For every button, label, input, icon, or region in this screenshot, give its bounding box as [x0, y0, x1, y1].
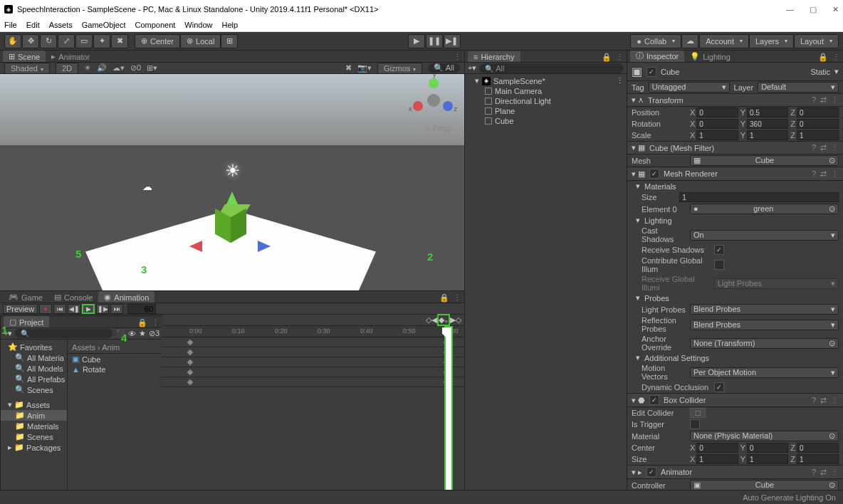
tool-custom-icon[interactable]: ✖ — [111, 34, 128, 48]
mode-2d-toggle[interactable]: 2D — [56, 63, 78, 74]
position-y-field[interactable] — [747, 107, 788, 117]
meshfilter-component-header[interactable]: ▾ ▦ Cube (Mesh Filter)?⇄⋮ — [627, 141, 843, 154]
project-search[interactable]: 🔍 — [15, 329, 112, 338]
next-key-button[interactable]: ▶◇ — [450, 315, 461, 325]
record-button[interactable]: ● — [39, 304, 52, 314]
collider-center-y[interactable] — [747, 443, 788, 453]
position-x-field[interactable] — [696, 107, 738, 117]
orientation-gizmo[interactable]: x z y — [413, 78, 453, 118]
step-button[interactable]: ▶❚ — [444, 34, 461, 48]
pivot-center-button[interactable]: ⊕ Center — [135, 34, 180, 48]
cloud-icon[interactable]: ☁ — [681, 34, 698, 48]
tab-console[interactable]: ▤ Console — [48, 291, 98, 303]
collider-size-y[interactable] — [747, 454, 788, 464]
rotation-z-field[interactable] — [797, 119, 839, 129]
scene-search[interactable]: 🔍 All — [428, 63, 460, 73]
panel-menu-icon[interactable]: ⋮ — [832, 53, 840, 62]
tab-project[interactable]: ▢ Project — [4, 316, 49, 327]
search-filter[interactable]: 🔍 Scenes — [1, 384, 67, 395]
gizmo-z-arrow[interactable] — [258, 241, 271, 252]
folder-item[interactable]: 📁 Anim — [1, 410, 67, 421]
controller-field[interactable]: ▣ Cube⊙ — [690, 480, 839, 490]
search-filter[interactable]: 🔍 All Materia — [1, 352, 67, 363]
cube-object[interactable] — [214, 206, 246, 238]
add-key-button[interactable]: ◆₊ — [437, 314, 450, 326]
camera-icon[interactable]: ✖ — [345, 63, 352, 73]
tab-lighting[interactable]: 💡 Lighting — [684, 51, 736, 62]
tab-scene[interactable]: ⊞ Scene — [3, 51, 46, 62]
mesh-field[interactable]: ▦ Cube⊙ — [690, 155, 839, 166]
rotation-x-field[interactable] — [696, 119, 738, 129]
gizmos-dropdown[interactable]: Gizmos — [377, 63, 422, 74]
hierarchy-search[interactable]: 🔍 All — [479, 63, 624, 73]
asset-item[interactable]: ▣ Cube — [68, 354, 162, 364]
tool-hand-icon[interactable]: ✋ — [4, 34, 21, 48]
cast-shadows-dropdown[interactable]: On▾ — [690, 230, 839, 241]
materials-size-field[interactable] — [679, 192, 839, 202]
pivot-local-button[interactable]: ⊗ Local — [180, 34, 221, 48]
prev-frame-button[interactable]: ◀❚ — [68, 304, 80, 314]
tab-game[interactable]: 🎮 Game — [3, 291, 48, 303]
tab-animator[interactable]: ▸ Animator — [46, 51, 95, 62]
tool-move-icon[interactable]: ✥ — [22, 34, 39, 48]
boxcollider-component-header[interactable]: ▾ ⬣ Box Collider?⇄⋮ — [627, 393, 843, 407]
lock-icon[interactable]: 🔒 — [137, 318, 147, 327]
grid-toggle-icon[interactable]: ⊞▾ — [147, 63, 157, 73]
account-dropdown[interactable]: Account — [699, 34, 749, 48]
fx-toggle-icon[interactable]: ☁▾ — [112, 63, 125, 73]
breadcrumb[interactable]: Assets › Anim — [68, 342, 162, 354]
hierarchy-item[interactable]: Directional Light — [465, 96, 627, 106]
transform-component-header[interactable]: ▾ ⋏ Transform?⇄⋮ — [627, 93, 843, 107]
is-trigger-checkbox[interactable] — [690, 419, 700, 429]
reflection-probes-dropdown[interactable]: Blend Probes▾ — [690, 320, 839, 330]
hidden-toggle-icon[interactable]: ⊘0 — [130, 63, 141, 73]
layers-dropdown[interactable]: Layers — [749, 34, 794, 48]
prev-key-button[interactable]: ◇◀ — [426, 315, 437, 325]
dynamic-occlusion-checkbox[interactable] — [714, 382, 724, 392]
play-anim-button[interactable]: ▶ — [82, 304, 95, 314]
layout-dropdown[interactable]: Layout — [794, 34, 839, 48]
window-minimize-icon[interactable]: — — [786, 5, 794, 14]
component-enabled-checkbox[interactable] — [646, 467, 656, 477]
packages-folder[interactable]: ▸ 📁 Packages — [1, 442, 67, 453]
menu-assets[interactable]: Assets — [49, 21, 73, 29]
material-slot-field[interactable]: ● green⊙ — [690, 204, 839, 214]
scale-z-field[interactable] — [797, 130, 839, 140]
tool-rect-icon[interactable]: ▭ — [75, 34, 93, 48]
position-z-field[interactable] — [797, 107, 839, 117]
tab-hierarchy[interactable]: ≡ Hierarchy — [468, 51, 520, 62]
gizmo-y-arrow[interactable] — [226, 191, 238, 204]
active-checkbox[interactable] — [646, 67, 656, 77]
receive-shadows-checkbox[interactable] — [714, 245, 724, 255]
cam-icon[interactable]: 📷▾ — [357, 63, 372, 73]
pause-button[interactable]: ❚❚ — [426, 34, 443, 48]
edit-collider-button[interactable]: ⬚ — [690, 408, 706, 418]
animation-timeline[interactable]: 0:00 0:10 0:20 0:30 0:40 0:50 1:00 — [161, 326, 464, 503]
physics-material-field[interactable]: None (Physic Material)⊙ — [690, 431, 839, 441]
menu-window[interactable]: Window — [184, 21, 212, 29]
collab-button[interactable]: ● Collab — [630, 34, 681, 48]
window-maximize-icon[interactable]: ▢ — [810, 5, 817, 14]
scene-row[interactable]: ▾ ◈ SampleScene* ⋮ — [465, 75, 627, 86]
tag-dropdown[interactable]: Untagged▾ — [649, 82, 730, 93]
hierarchy-item[interactable]: Cube — [465, 116, 627, 126]
collider-size-x[interactable] — [696, 454, 738, 464]
favorites-row[interactable]: ⭐ Favorites — [1, 342, 67, 352]
asset-item[interactable]: ▲ Rotate — [68, 364, 162, 374]
hierarchy-item[interactable]: Plane — [465, 106, 627, 116]
gizmo-x-arrow[interactable] — [189, 241, 202, 252]
menu-edit[interactable]: Edit — [26, 21, 40, 29]
panel-menu-icon[interactable]: ⋮ — [454, 293, 461, 303]
menu-help[interactable]: Help — [221, 21, 238, 29]
scene-viewport[interactable]: ☀ ☁ Persp x z y — [0, 74, 464, 290]
component-enabled-checkbox[interactable] — [649, 395, 659, 405]
layer-dropdown[interactable]: Default▾ — [758, 82, 839, 93]
menu-file[interactable]: File — [4, 21, 17, 29]
anchor-override-field[interactable]: None (Transform)⊙ — [690, 338, 839, 349]
collider-size-z[interactable] — [797, 454, 839, 464]
menu-gameobject[interactable]: GameObject — [82, 21, 126, 29]
menu-component[interactable]: Component — [135, 21, 175, 29]
rotation-y-field[interactable] — [747, 119, 788, 129]
search-filter[interactable]: 🔍 All Prefabs — [1, 374, 67, 384]
play-button[interactable]: ▶ — [408, 34, 425, 48]
